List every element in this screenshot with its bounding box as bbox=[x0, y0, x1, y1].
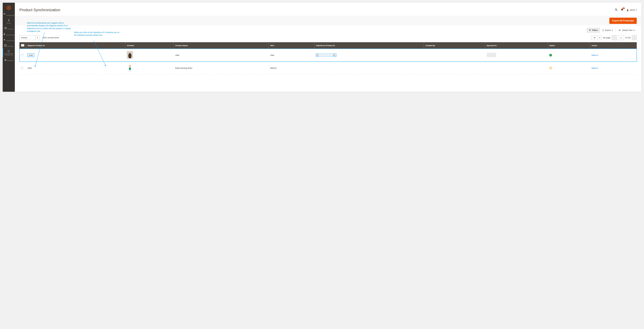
cell-magento-id: 2040 bbox=[26, 62, 126, 75]
sidebar-item-label: CATALOG bbox=[7, 28, 14, 30]
svg-marker-7 bbox=[8, 50, 10, 52]
col-action[interactable]: Action bbox=[590, 42, 637, 49]
filters-button[interactable]: Filters bbox=[587, 28, 600, 33]
notifications-icon[interactable]: 1 bbox=[621, 8, 624, 12]
svg-rect-17 bbox=[129, 57, 131, 58]
sort-asc-icon: ↑ bbox=[123, 45, 124, 46]
sidebar-item-customers[interactable]: CUSTOMERS bbox=[3, 31, 15, 37]
svg-rect-9 bbox=[5, 59, 6, 61]
topbar: Product Synchronization 1 admin ▾ bbox=[20, 3, 637, 16]
row-action-select[interactable]: Select ▾ bbox=[592, 67, 598, 69]
per-page-select[interactable]: 20 ▾ bbox=[591, 35, 602, 40]
app-frame: DASHBOARD $ SALES CATALOG CUSTOMERS MARK… bbox=[3, 3, 641, 92]
svg-point-13 bbox=[615, 9, 617, 10]
salesforce-id-link[interactable]: 01 xxxxxxxxxxxxxx AC bbox=[316, 54, 336, 57]
table-row: 2046 chair chair 01 xxxxxxxxxxxxxx AC bbox=[20, 49, 637, 62]
cell-synched-at bbox=[485, 49, 548, 62]
product-image bbox=[127, 64, 133, 72]
table-row: 2040 Erika Running Short WSH12 ⟳ Select … bbox=[20, 62, 637, 75]
person-icon bbox=[3, 34, 6, 36]
per-page-value: 20 bbox=[591, 36, 598, 40]
col-status[interactable]: Status bbox=[548, 42, 590, 49]
eye-icon bbox=[618, 29, 621, 31]
export-all-products-button[interactable]: Export All Product(s) bbox=[609, 18, 637, 24]
cell-preview bbox=[125, 62, 174, 75]
dollar-icon: $ bbox=[3, 19, 15, 22]
svg-point-3 bbox=[4, 33, 5, 34]
caret-down-icon: ▾ bbox=[36, 36, 39, 40]
col-magento-id[interactable]: Magento Product Id↑ bbox=[26, 42, 126, 49]
hexagon-icon bbox=[8, 51, 10, 53]
annotation-left: When the bi-directional sync happens the… bbox=[27, 22, 73, 33]
annotation-right: When you click on the Salesforce ID it r… bbox=[74, 31, 120, 37]
redacted-mask bbox=[486, 53, 496, 57]
notification-badge: 1 bbox=[622, 8, 625, 9]
status-sync-icon: ⟳ bbox=[549, 67, 552, 70]
records-found-label: 2041 records found bbox=[42, 37, 59, 39]
sidebar-item-content[interactable]: CONTENT bbox=[3, 43, 15, 48]
row-action-select[interactable]: Select ▾ bbox=[592, 54, 598, 56]
box-icon bbox=[4, 28, 7, 30]
col-sku[interactable]: SKU bbox=[268, 42, 314, 49]
cell-created-by bbox=[424, 62, 485, 75]
action-bar: Export All Product(s) bbox=[15, 16, 641, 26]
page-title: Product Synchronization bbox=[20, 8, 60, 12]
row-checkbox[interactable] bbox=[21, 54, 23, 56]
caret-down-icon: ▾ bbox=[598, 36, 602, 40]
product-image bbox=[127, 51, 133, 59]
magento-logo[interactable] bbox=[6, 4, 11, 11]
admin-user-menu[interactable]: admin ▾ bbox=[626, 9, 637, 11]
svg-point-15 bbox=[627, 9, 628, 10]
row-checkbox[interactable] bbox=[21, 67, 23, 69]
sidebar-item-label: MARKETING bbox=[6, 40, 14, 42]
export-button[interactable]: Export ▾ bbox=[600, 28, 615, 32]
svg-rect-8 bbox=[4, 60, 5, 61]
page-input[interactable] bbox=[618, 35, 624, 40]
user-icon bbox=[626, 9, 629, 11]
per-page-label: per page bbox=[603, 37, 610, 39]
cell-preview bbox=[125, 49, 174, 62]
cell-product-name: Erika Running Short bbox=[174, 62, 268, 75]
header-checkbox[interactable]: ▼ bbox=[21, 44, 24, 47]
mass-actions-dropdown[interactable]: Actions ▾ bbox=[20, 35, 39, 40]
cell-status: ✓ bbox=[548, 49, 590, 62]
sidebar-item-label: SALESFORCE CONNECTOR bbox=[4, 53, 13, 56]
sidebar-item-salesforce-connector[interactable]: SALESFORCE CONNECTOR bbox=[3, 48, 15, 57]
col-preview[interactable]: Preview bbox=[125, 42, 174, 49]
col-created-by[interactable]: Created By bbox=[424, 42, 485, 49]
sidebar: DASHBOARD $ SALES CATALOG CUSTOMERS MARK… bbox=[3, 3, 15, 92]
redacted-mask bbox=[318, 54, 332, 57]
caret-down-icon: ▾ bbox=[636, 9, 637, 11]
sidebar-item-label: CONTENT bbox=[7, 46, 14, 47]
filters-label: Filters bbox=[592, 29, 598, 31]
gauge-icon bbox=[3, 15, 6, 16]
funnel-icon bbox=[589, 29, 591, 31]
upload-icon bbox=[602, 29, 604, 31]
sidebar-item-sales[interactable]: $ SALES bbox=[3, 17, 15, 25]
col-checkbox[interactable]: ▼ bbox=[20, 42, 26, 49]
sidebar-item-label: DASHBOARD bbox=[6, 15, 15, 16]
sidebar-item-catalog[interactable]: CATALOG bbox=[3, 25, 15, 31]
next-page-button[interactable]: › bbox=[632, 35, 637, 40]
export-label: Export bbox=[605, 29, 610, 31]
cell-product-name: chair bbox=[174, 49, 268, 62]
admin-label: admin bbox=[630, 9, 635, 11]
cell-sku: chair bbox=[268, 49, 314, 62]
main-content: When the bi-directional sync happens the… bbox=[15, 3, 641, 92]
top-actions: 1 admin ▾ bbox=[615, 8, 637, 12]
sidebar-item-reports[interactable]: REPORTS bbox=[3, 57, 15, 63]
sidebar-item-dashboard[interactable]: DASHBOARD bbox=[3, 11, 15, 17]
sf-suffix: AC bbox=[333, 54, 336, 56]
sidebar-item-marketing[interactable]: MARKETING bbox=[3, 37, 15, 43]
col-synched-at[interactable]: Synched At bbox=[485, 42, 548, 49]
search-icon[interactable] bbox=[615, 8, 618, 12]
svg-rect-4 bbox=[4, 45, 6, 47]
col-product-name[interactable]: Product Name bbox=[174, 42, 268, 49]
prev-page-button[interactable]: ‹ bbox=[612, 35, 617, 40]
cell-salesforce-id bbox=[314, 62, 424, 75]
pager: 20 ▾ per page ‹ of 103 › bbox=[591, 35, 637, 40]
status-success-icon: ✓ bbox=[549, 54, 552, 57]
default-view-button[interactable]: Default View ▾ bbox=[616, 28, 637, 32]
sidebar-item-label: REPORTS bbox=[7, 60, 14, 61]
col-salesforce-id[interactable]: Salesforce Product Id bbox=[314, 42, 424, 49]
